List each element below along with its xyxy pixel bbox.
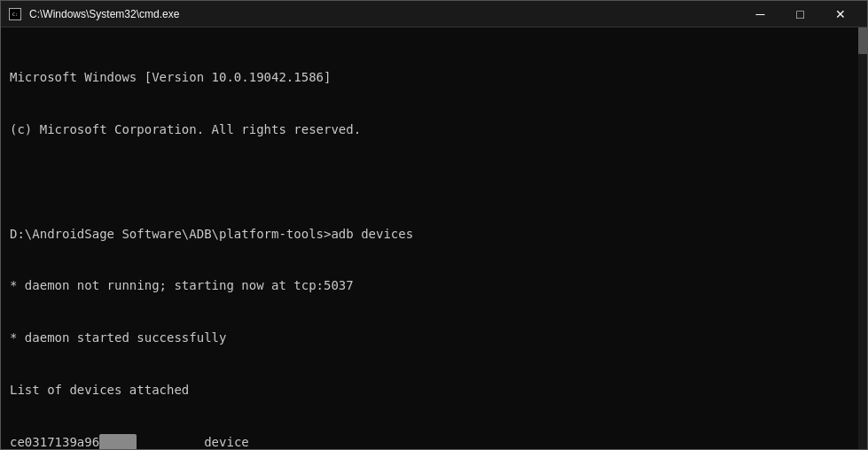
title-bar-left: C:\Windows\System32\cmd.exe	[8, 7, 179, 21]
terminal-body[interactable]: Microsoft Windows [Version 10.0.19042.15…	[1, 27, 867, 449]
line-8: ce0317139a96 device	[10, 434, 858, 449]
maximize-button[interactable]: □	[780, 1, 820, 27]
window-controls: ─ □ ✕	[740, 1, 860, 27]
title-bar: C:\Windows\System32\cmd.exe ─ □ ✕	[1, 1, 867, 27]
line-7: List of devices attached	[10, 382, 858, 400]
minimize-button[interactable]: ─	[740, 1, 780, 27]
line-4: D:\AndroidSage Software\ADB\platform-too…	[10, 226, 858, 244]
cmd-window: C:\Windows\System32\cmd.exe ─ □ ✕ Micros…	[0, 0, 868, 450]
line-1: Microsoft Windows [Version 10.0.19042.15…	[10, 69, 858, 87]
close-button[interactable]: ✕	[820, 1, 860, 27]
line-3	[10, 174, 858, 191]
cmd-icon	[8, 7, 22, 21]
line-5: * daemon not running; starting now at tc…	[10, 277, 858, 295]
redacted-device-id	[99, 434, 137, 449]
terminal-content: Microsoft Windows [Version 10.0.19042.15…	[10, 35, 858, 449]
scrollbar[interactable]	[858, 27, 867, 449]
window-title: C:\Windows\System32\cmd.exe	[29, 8, 179, 20]
scrollbar-thumb[interactable]	[858, 27, 867, 54]
line-2: (c) Microsoft Corporation. All rights re…	[10, 121, 858, 139]
line-6: * daemon started successfully	[10, 330, 858, 347]
